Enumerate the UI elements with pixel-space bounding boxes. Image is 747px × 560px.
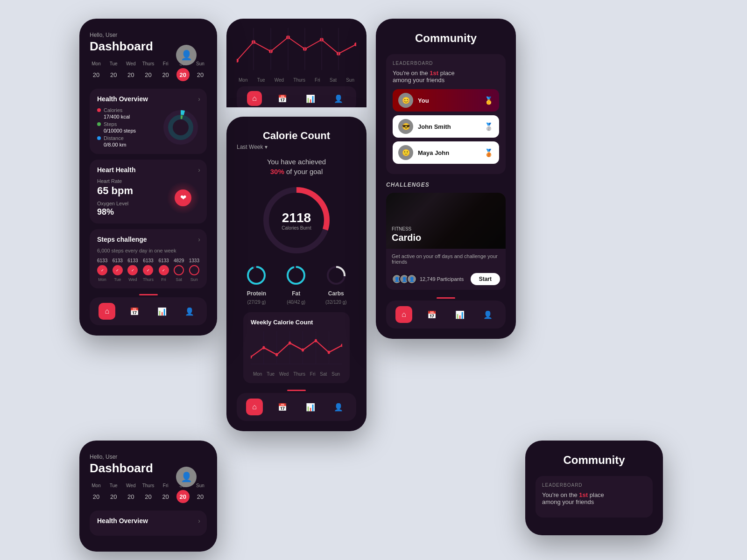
partial-nav-home[interactable]: ⌂ xyxy=(247,91,262,106)
cal-tue-b[interactable]: Tue 20 xyxy=(107,483,120,503)
calorie-nav-chart[interactable]: 📊 xyxy=(302,399,319,415)
calorie-nav-user[interactable]: 👤 xyxy=(330,399,347,415)
weekly-chart xyxy=(251,331,342,369)
svg-point-38 xyxy=(315,339,317,343)
fat-macro: Fat (40/42 g) xyxy=(286,265,306,305)
dashboard-phone: Hello, User Dashboard 👤 Mon 20 Tue 20 We… xyxy=(79,19,217,336)
calorie-nav-calendar[interactable]: 📅 xyxy=(274,399,291,415)
step-day-mon: 6133 ✓ Mon xyxy=(97,258,107,282)
health-chevron-b[interactable]: › xyxy=(198,517,200,525)
calorie-donut-wrap: 2118 Calories Burnt xyxy=(237,183,356,258)
cal-mon-b[interactable]: Mon 20 xyxy=(90,483,103,503)
cal-mon[interactable]: Mon 20 xyxy=(90,61,103,81)
partial-nav-cal[interactable]: 📅 xyxy=(275,91,290,106)
heart-icon: ❤ xyxy=(175,189,191,206)
nav-user[interactable]: 👤 xyxy=(181,303,198,320)
calorie-bottom-nav: ⌂ 📅 📊 👤 xyxy=(237,393,356,421)
challenge-image: FITNESS Cardio xyxy=(386,193,506,249)
step-day-wed: 6133 ✓ Wed xyxy=(127,258,138,282)
bottom-nav: ⌂ 📅 📊 👤 xyxy=(90,297,207,325)
distance-stat: Distance xyxy=(97,135,162,141)
calorie-column: Mon Tue Wed Thurs Fri Sat Sun ⌂ 📅 📊 👤 xyxy=(226,19,366,431)
leaderboard-john[interactable]: 😎 John Smith 🥈 xyxy=(393,115,499,138)
steps-dot xyxy=(97,122,101,126)
challenge-card: FITNESS Cardio Get active on your off da… xyxy=(386,193,506,290)
cal-thurs[interactable]: Thurs 20 xyxy=(141,61,155,81)
participants-row: 👤 👤 👤 12,749 Participants xyxy=(392,274,464,284)
steps-chevron[interactable]: › xyxy=(198,236,200,243)
cal-fri-b[interactable]: Fri 20 xyxy=(159,483,172,503)
step-day-thurs: 6133 ✓ Thurs xyxy=(143,258,154,282)
health-stats: Calories 17/400 kcal Steps 0/10000 steps… xyxy=(97,107,162,147)
weekly-calorie-card: Weekly Calorie Count xyxy=(243,312,350,383)
health-overview-card: Health Overview › Calories 17/400 kcal S… xyxy=(90,89,207,154)
cal-wed-b[interactable]: Wed 20 xyxy=(124,483,137,503)
start-challenge-button[interactable]: Start xyxy=(471,273,500,285)
last-week-selector[interactable]: Last Week ▾ xyxy=(237,144,356,150)
step-day-sun: 1333 Sun xyxy=(189,258,199,282)
nav-indicator xyxy=(139,294,158,295)
svg-point-39 xyxy=(328,351,330,354)
greeting: Hello, User xyxy=(90,32,207,38)
community-bottom-nav: ⌂ 📅 📊 👤 xyxy=(386,301,506,329)
comm-nav-home[interactable]: ⌂ xyxy=(395,306,412,323)
step-day-sat: 4829 Sat xyxy=(174,258,184,282)
lb-subtitle-b: You're on the 1st placeamong your friend… xyxy=(542,491,646,505)
distance-dot xyxy=(97,136,101,140)
heart-glow: ❤ xyxy=(167,182,199,214)
step-circle-mon: ✓ xyxy=(97,265,107,275)
calorie-phone: Calorie Count Last Week ▾ You have achie… xyxy=(226,117,366,431)
svg-point-23 xyxy=(288,267,304,284)
step-circle-fri: ✓ xyxy=(159,265,169,275)
svg-point-35 xyxy=(275,353,278,357)
avatar-image-b: 👤 xyxy=(176,467,197,487)
avatar-image: 👤 xyxy=(176,45,197,65)
participant-avatars: 👤 👤 👤 xyxy=(392,274,417,284)
macros-row: Protein (27/29 g) Fat (40/42 g) xyxy=(237,265,356,305)
carbs-circle xyxy=(326,265,346,287)
john-avatar: 😎 xyxy=(398,119,413,134)
calories-stat: Calories xyxy=(97,107,162,113)
avatar-b: 👤 xyxy=(176,467,197,487)
comm-nav-calendar[interactable]: 📅 xyxy=(423,306,440,323)
calories-dot xyxy=(97,108,101,112)
challenge-overlay: FITNESS Cardio xyxy=(386,193,506,249)
calorie-nav-home[interactable]: ⌂ xyxy=(246,399,263,415)
step-circle-tue: ✓ xyxy=(113,265,123,275)
leaderboard-you[interactable]: 😊 You 🥇 xyxy=(393,89,499,112)
goal-pct-line: 30% of your goal xyxy=(237,168,356,175)
comm-nav-chart[interactable]: 📊 xyxy=(451,306,468,323)
community-nav-indicator xyxy=(437,297,455,299)
svg-point-37 xyxy=(302,349,304,352)
step-circle-thurs: ✓ xyxy=(143,265,153,275)
dashboard-phone-bottom: Hello, User Dashboard 👤 Mon 20 Tue 20 We… xyxy=(79,441,217,552)
cal-fri[interactable]: Fri 20 xyxy=(159,61,172,81)
comm-nav-user[interactable]: 👤 xyxy=(479,306,496,323)
maya-avatar: 🙂 xyxy=(398,145,413,160)
step-day-tue: 6133 ✓ Tue xyxy=(113,258,123,282)
step-circle-sat xyxy=(174,265,184,275)
fat-circle xyxy=(286,265,306,287)
nav-calendar[interactable]: 📅 xyxy=(126,303,143,320)
cal-wed[interactable]: Wed 20 xyxy=(124,61,137,81)
svg-point-34 xyxy=(262,346,265,350)
step-day-fri: 6133 ✓ Fri xyxy=(158,258,169,282)
cal-thurs-b[interactable]: Thurs 20 xyxy=(141,483,155,503)
leaderboard-maya[interactable]: 🙂 Maya John 🥉 xyxy=(393,141,499,164)
health-donut xyxy=(162,109,199,146)
svg-point-36 xyxy=(289,342,291,345)
partial-nav-user[interactable]: 👤 xyxy=(331,91,346,106)
step-circle-wed: ✓ xyxy=(127,265,138,275)
community-phone: Community LEADERBOARD You're on the 1st … xyxy=(376,19,516,339)
cal-tue[interactable]: Tue 20 xyxy=(107,61,120,81)
health-overview-chevron[interactable]: › xyxy=(198,95,200,103)
heart-chevron[interactable]: › xyxy=(198,166,200,174)
svg-point-21 xyxy=(248,267,265,284)
leaderboard-card: LEADERBOARD You're on the 1st placeamong… xyxy=(386,54,506,174)
carbs-macro: Carbs (32/120 g) xyxy=(325,265,347,305)
greeting-b: Hello, User xyxy=(90,454,207,460)
nav-chart[interactable]: 📊 xyxy=(154,303,170,320)
partial-nav-chart[interactable]: 📊 xyxy=(303,91,318,106)
nav-home[interactable]: ⌂ xyxy=(99,303,115,320)
partial-chart-top: Mon Tue Wed Thurs Fri Sat Sun ⌂ 📅 📊 👤 xyxy=(226,19,366,107)
